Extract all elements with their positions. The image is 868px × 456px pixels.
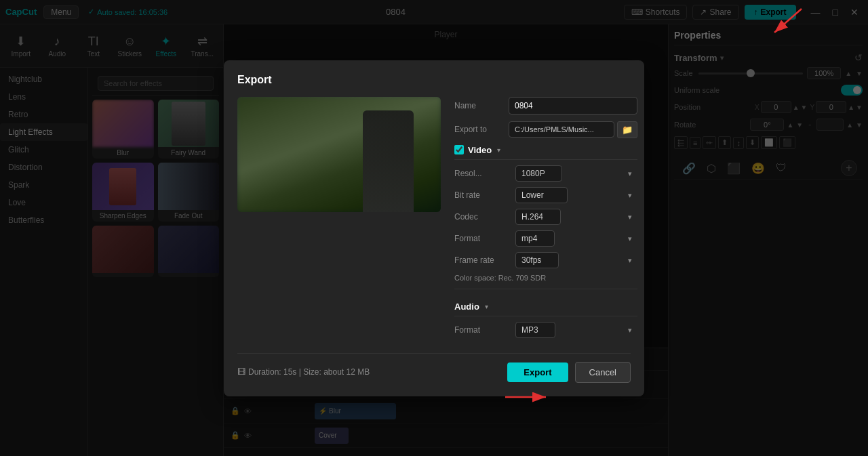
audio-section-label: Audio bbox=[454, 302, 479, 312]
framerate-select[interactable]: 30fps 60fps 24fps bbox=[515, 252, 559, 268]
audio-format-dropdown-wrap: MP3 AAC bbox=[515, 322, 637, 338]
film-icon: 🎞 bbox=[237, 367, 245, 377]
modal-title: Export bbox=[237, 74, 631, 86]
resolution-label: Resol... bbox=[454, 169, 515, 178]
framerate-row: Frame rate 30fps 60fps 24fps bbox=[454, 252, 637, 268]
modal-preview: ✏ Edit cover bbox=[237, 97, 441, 344]
bitrate-label: Bit rate bbox=[454, 190, 515, 200]
cancel-button[interactable]: Cancel bbox=[575, 362, 631, 383]
export-modal: Export ✏ Edit cover Na bbox=[224, 60, 644, 396]
resolution-dropdown-wrap: 1080P 720P 4K bbox=[515, 165, 637, 182]
export-to-label: Export to bbox=[454, 125, 509, 134]
video-section-label: Video bbox=[468, 145, 492, 155]
framerate-label: Frame rate bbox=[454, 255, 515, 265]
bitrate-row: Bit rate Lower Medium Higher bbox=[454, 187, 637, 203]
color-space-text: Color space: Rec. 709 SDR bbox=[454, 274, 637, 282]
codec-dropdown-wrap: H.264 H.265 bbox=[515, 209, 637, 225]
framerate-dropdown-wrap: 30fps 60fps 24fps bbox=[515, 252, 637, 268]
modal-footer: 🎞 Duration: 15s | Size: about 12 MB Expo… bbox=[237, 353, 631, 383]
duration-info: 🎞 Duration: 15s | Size: about 12 MB bbox=[237, 367, 370, 377]
audio-format-select[interactable]: MP3 AAC bbox=[515, 322, 555, 338]
video-section-arrow: ▾ bbox=[497, 146, 500, 154]
format-select[interactable]: mp4 mov bbox=[515, 230, 555, 247]
resolution-select[interactable]: 1080P 720P 4K bbox=[515, 165, 562, 182]
format-label: Format bbox=[454, 234, 515, 243]
export-path-input[interactable] bbox=[509, 121, 614, 138]
export-to-row: Export to 📁 bbox=[454, 121, 637, 138]
name-input[interactable] bbox=[509, 97, 637, 115]
video-section-header: Video ▾ bbox=[454, 145, 637, 160]
preview-image: ✏ Edit cover bbox=[237, 97, 441, 212]
bitrate-dropdown-wrap: Lower Medium Higher bbox=[515, 187, 637, 203]
resolution-row: Resol... 1080P 720P 4K bbox=[454, 165, 637, 182]
audio-section: Audio ▾ Format MP3 AAC bbox=[454, 289, 637, 338]
audio-format-row: Format MP3 AAC bbox=[454, 322, 637, 338]
footer-buttons: Export Cancel bbox=[507, 362, 631, 383]
audio-format-label: Format bbox=[454, 325, 515, 335]
modal-overlay: Export ✏ Edit cover Na bbox=[0, 0, 868, 456]
audio-section-header: Audio ▾ bbox=[454, 302, 637, 316]
codec-row: Codec H.264 H.265 bbox=[454, 209, 637, 225]
modal-body: ✏ Edit cover Name Export t bbox=[237, 97, 631, 344]
name-label: Name bbox=[454, 101, 509, 110]
codec-label: Codec bbox=[454, 212, 515, 222]
export-confirm-button[interactable]: Export bbox=[507, 362, 568, 382]
modal-form: Name Export to 📁 Video ▾ Resol... bbox=[454, 97, 637, 344]
codec-select[interactable]: H.264 H.265 bbox=[515, 209, 561, 225]
audio-section-arrow: ▾ bbox=[485, 303, 488, 310]
format-row: Format mp4 mov bbox=[454, 230, 637, 247]
folder-browse-button[interactable]: 📁 bbox=[617, 121, 637, 138]
name-row: Name bbox=[454, 97, 637, 115]
bitrate-select[interactable]: Lower Medium Higher bbox=[515, 187, 568, 203]
format-dropdown-wrap: mp4 mov bbox=[515, 230, 637, 247]
video-checkbox[interactable] bbox=[454, 145, 464, 154]
